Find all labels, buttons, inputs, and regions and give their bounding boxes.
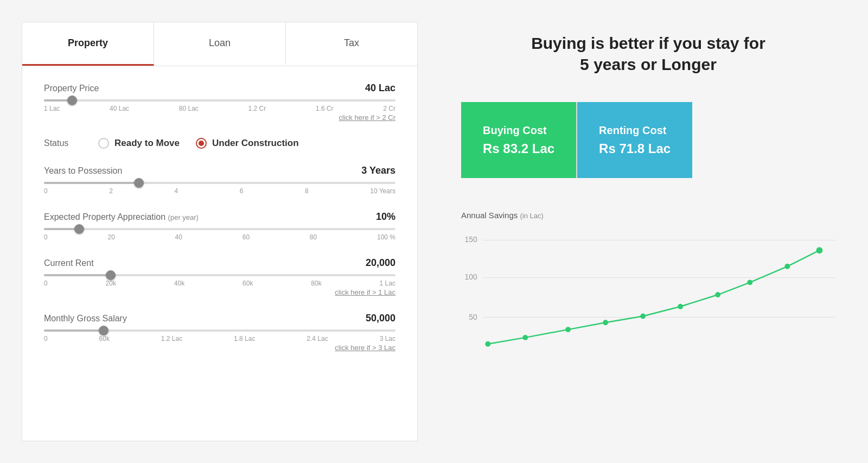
svg-point-6: [485, 341, 490, 347]
svg-point-13: [747, 280, 752, 285]
right-panel: Buying is better if you stay for 5 years…: [418, 0, 868, 463]
svg-point-14: [784, 264, 790, 269]
svg-point-8: [565, 327, 571, 332]
radio-circle-under[interactable]: [196, 138, 207, 149]
renting-cost-card: Renting Cost Rs 71.8 Lac: [577, 102, 692, 178]
salary-link[interactable]: click here if > 3 Lac: [44, 344, 395, 352]
buying-cost-title: Buying Cost: [483, 124, 554, 137]
svg-point-7: [522, 335, 528, 340]
current-rent-link[interactable]: click here if > 1 Lac: [44, 288, 395, 296]
appreciation-group: Expected Property Appreciation (per year…: [44, 211, 395, 241]
tab-loan[interactable]: Loan: [154, 22, 286, 66]
chart-title: Annual Savings (in Lac): [461, 211, 835, 220]
form-content: Property Price 40 Lac 1 Lac 40 Lac 80 La…: [22, 66, 417, 390]
property-price-labels: 1 Lac 40 Lac 80 Lac 1.2 Cr 1.6 Cr 2 Cr: [44, 105, 395, 112]
appreciation-slider[interactable]: [44, 228, 395, 230]
status-label: Status: [44, 138, 87, 148]
salary-label: Monthly Gross Salary: [44, 314, 127, 324]
renting-cost-value: Rs 71.8 Lac: [599, 141, 671, 156]
renting-cost-title: Renting Cost: [599, 124, 671, 137]
svg-point-11: [678, 304, 683, 309]
property-price-group: Property Price 40 Lac 1 Lac 40 Lac 80 La…: [44, 83, 395, 122]
current-rent-slider[interactable]: [44, 274, 395, 276]
property-price-header: Property Price 40 Lac: [44, 83, 395, 94]
buying-cost-value: Rs 83.2 Lac: [483, 141, 554, 156]
tab-property[interactable]: Property: [22, 22, 154, 66]
years-possession-label: Years to Possession: [44, 166, 122, 176]
current-rent-value: 20,000: [366, 257, 395, 269]
svg-point-15: [816, 247, 823, 253]
salary-labels: 0 60k 1.2 Lac 1.8 Lac 2.4 Lac 3 Lac: [44, 335, 395, 343]
svg-point-12: [715, 292, 720, 297]
current-rent-label: Current Rent: [44, 258, 94, 268]
radio-under-construction[interactable]: Under Construction: [196, 138, 299, 149]
salary-value: 50,000: [366, 313, 395, 324]
svg-point-10: [640, 314, 646, 319]
years-possession-slider[interactable]: [44, 182, 395, 184]
appreciation-value: 10%: [376, 211, 395, 223]
appreciation-label: Expected Property Appreciation (per year…: [44, 212, 199, 222]
tabs-container: Property Loan Tax: [22, 22, 417, 66]
current-rent-group: Current Rent 20,000 0 20k 40k 60k 80k 1 …: [44, 257, 395, 296]
property-price-slider[interactable]: [44, 99, 395, 102]
years-possession-value: 3 Years: [361, 165, 395, 176]
appreciation-labels: 0 20 40 60 80 100 %: [44, 233, 395, 241]
left-panel: Property Loan Tax Property Price 40 Lac: [22, 22, 418, 441]
headline: Buying is better if you stay for 5 years…: [461, 33, 835, 75]
svg-text:150: 150: [465, 236, 477, 244]
cost-cards: Buying Cost Rs 83.2 Lac Renting Cost Rs …: [461, 102, 835, 178]
svg-text:50: 50: [469, 313, 477, 321]
chart-section: Annual Savings (in Lac) 150 100 50: [461, 211, 835, 361]
line-chart: 150 100 50: [461, 231, 835, 361]
years-possession-group: Years to Possession 3 Years 0 2 4 6 8 10…: [44, 165, 395, 195]
years-possession-header: Years to Possession 3 Years: [44, 165, 395, 176]
current-rent-labels: 0 20k 40k 60k 80k 1 Lac: [44, 280, 395, 287]
current-rent-header: Current Rent 20,000: [44, 257, 395, 269]
svg-point-9: [603, 320, 608, 325]
property-price-value: 40 Lac: [365, 83, 395, 94]
salary-slider[interactable]: [44, 329, 395, 332]
tab-tax[interactable]: Tax: [286, 22, 417, 66]
radio-label-ready: Ready to Move: [114, 138, 180, 149]
salary-group: Monthly Gross Salary 50,000 0 60k 1.2 La…: [44, 313, 395, 352]
buying-cost-card: Buying Cost Rs 83.2 Lac: [461, 102, 576, 178]
appreciation-header: Expected Property Appreciation (per year…: [44, 211, 395, 223]
radio-circle-ready[interactable]: [98, 138, 109, 149]
radio-label-under: Under Construction: [212, 138, 299, 149]
radio-group: Ready to Move Under Construction: [98, 138, 299, 149]
salary-header: Monthly Gross Salary 50,000: [44, 313, 395, 324]
property-price-label: Property Price: [44, 84, 99, 93]
years-possession-labels: 0 2 4 6 8 10 Years: [44, 187, 395, 195]
chart-area: 150 100 50: [461, 231, 835, 361]
status-row: Status Ready to Move Under Construction: [44, 138, 395, 149]
svg-text:100: 100: [465, 273, 477, 281]
property-price-link[interactable]: click here if > 2 Cr: [44, 113, 395, 122]
radio-ready-to-move[interactable]: Ready to Move: [98, 138, 180, 149]
